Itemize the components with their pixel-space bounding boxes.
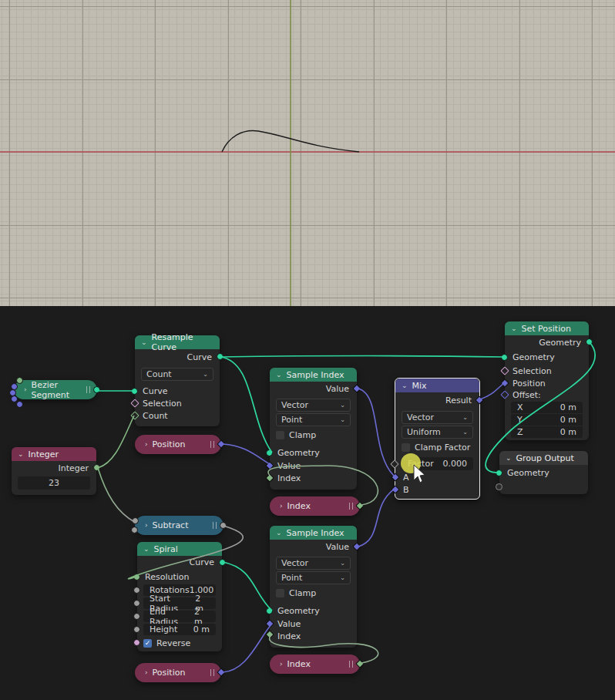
clamp-checkbox[interactable] (276, 431, 284, 439)
node-resample-curve[interactable]: ⌄ Resample Curve Curve Count ⌄ Curve Sel… (135, 335, 220, 426)
socket-output-curve[interactable] (219, 559, 226, 566)
node-mix[interactable]: ⌄ Mix Result Vector ⌄ Uniform ⌄ Clamp Fa… (395, 378, 480, 500)
clamp-factor-checkbox[interactable] (402, 443, 410, 452)
link-spiral-to-sampleindex-bottom[interactable] (223, 562, 272, 611)
expand-chevron-icon[interactable]: › (145, 522, 148, 529)
input-row-a: A (395, 471, 479, 483)
offset-y-field[interactable]: Y0 m (511, 414, 583, 426)
expand-chevron-icon[interactable]: › (24, 386, 27, 393)
data-type-dropdown[interactable]: Vector ⌄ (276, 557, 351, 570)
blender-window: › Bezier Segment ⌄ Resample Curve Curve … (0, 0, 615, 700)
node-header[interactable]: ⌄ Group Output (499, 451, 588, 465)
expand-chevron-icon[interactable]: › (280, 503, 283, 510)
node-set-position[interactable]: ⌄ Set Position Geometry Geometry Selecti… (505, 321, 589, 440)
socket-input-end-radius[interactable] (133, 613, 140, 620)
height-field[interactable]: Height0 m (143, 624, 216, 635)
input-row-geometry: Geometry (270, 446, 357, 459)
factor-mode-dropdown[interactable]: Uniform ⌄ (402, 426, 473, 439)
end-radius-field[interactable]: End Radius2 m (143, 611, 216, 622)
offset-x-field[interactable]: X0 m (511, 402, 583, 413)
node-subtract[interactable]: › Subtract (135, 516, 223, 535)
node-integer[interactable]: ⌄ Integer Integer 23 (12, 447, 96, 495)
collapse-chevron-icon[interactable]: ⌄ (506, 455, 512, 462)
link-position-bottom-to-value[interactable] (223, 624, 272, 672)
node-header[interactable]: ⌄ Resample Curve (135, 335, 220, 349)
expand-chevron-icon[interactable]: › (280, 661, 283, 668)
grip-icon (349, 661, 353, 668)
socket-input-end[interactable] (16, 401, 23, 408)
node-header[interactable]: ⌄ Integer (12, 447, 96, 461)
input-row-value: Value (270, 618, 357, 630)
link-position-top-to-value[interactable] (223, 444, 272, 466)
socket-input-geometry[interactable] (266, 607, 273, 614)
socket-output-value[interactable] (220, 522, 227, 529)
node-header[interactable]: ⌄ Spiral (137, 542, 222, 556)
input-row-b: B (395, 483, 479, 496)
node-bezier-segment[interactable]: › Bezier Segment (14, 380, 97, 399)
node-group-output[interactable]: ⌄ Group Output Geometry (499, 451, 588, 494)
node-header[interactable]: ⌄ Mix (395, 379, 479, 392)
socket-output-integer[interactable] (93, 464, 100, 471)
node-index-top[interactable]: › Index (270, 496, 360, 516)
mode-dropdown[interactable]: Count ⌄ (141, 368, 213, 381)
clamp-checkbox[interactable] (276, 589, 284, 597)
socket-output-index[interactable] (355, 501, 364, 510)
link-resample-to-setposition[interactable] (220, 356, 504, 358)
integer-value-field[interactable]: 23 (18, 476, 90, 490)
node-header[interactable]: ⌄ Sample Index (270, 526, 357, 540)
link-mix-to-position-input[interactable] (480, 383, 504, 399)
node-sample-index-top[interactable]: ⌄ Sample Index Value Vector ⌄ Point ⌄ Cl… (270, 368, 357, 490)
domain-dropdown[interactable]: Point ⌄ (276, 571, 351, 584)
offset-z-field[interactable]: Z0 m (511, 426, 583, 438)
reverse-checkbox[interactable]: ✓ (143, 639, 152, 648)
socket-input-curve[interactable] (131, 388, 138, 395)
3d-viewport[interactable] (0, 0, 615, 306)
collapse-chevron-icon[interactable]: ⌄ (18, 451, 24, 458)
socket-input-geometry[interactable] (501, 354, 508, 361)
socket-input-geometry[interactable] (496, 469, 502, 476)
socket-input-resolution[interactable] (133, 574, 140, 581)
link-resample-to-sampleindex-top[interactable] (220, 357, 272, 453)
node-position-bottom[interactable]: › Position (135, 663, 221, 682)
data-type-dropdown[interactable]: Vector ⌄ (402, 411, 473, 424)
socket-input-virtual[interactable] (496, 483, 502, 490)
socket-input-factor[interactable] (390, 459, 398, 468)
socket-input-rotations[interactable] (133, 587, 140, 594)
collapse-chevron-icon[interactable]: ⌄ (276, 530, 282, 537)
collapse-chevron-icon[interactable]: ⌄ (511, 325, 517, 332)
socket-input-value2[interactable] (131, 527, 138, 533)
node-spiral[interactable]: ⌄ Spiral Curve Resolution Rotations1.000… (137, 542, 222, 651)
collapse-chevron-icon[interactable]: ⌄ (402, 382, 408, 389)
node-position-top[interactable]: › Position (135, 435, 221, 454)
data-type-dropdown[interactable]: Vector ⌄ (276, 399, 351, 412)
socket-input-start-radius[interactable] (133, 600, 140, 607)
input-row-position: Position (505, 377, 589, 389)
socket-output-index[interactable] (355, 659, 364, 668)
socket-output-position[interactable] (217, 668, 225, 676)
link-sampleindex-top-to-mix-a[interactable] (358, 389, 395, 476)
socket-output-curve[interactable] (217, 353, 223, 360)
factor-field[interactable]: Factor0.000 (402, 457, 473, 470)
socket-input-reverse[interactable] (133, 639, 140, 646)
expand-chevron-icon[interactable]: › (145, 669, 148, 676)
collapse-chevron-icon[interactable]: ⌄ (141, 339, 147, 346)
socket-output-position[interactable] (217, 439, 225, 448)
socket-input-resolution[interactable] (16, 377, 23, 384)
socket-input-value1[interactable] (132, 517, 139, 524)
link-sampleindex-bottom-to-mix-b[interactable] (358, 489, 395, 547)
link-integer-to-count[interactable] (98, 416, 134, 468)
link-integer-to-subtract[interactable] (98, 468, 136, 523)
node-index-bottom[interactable]: › Index (270, 655, 360, 674)
node-sample-index-bottom[interactable]: ⌄ Sample Index Value Vector ⌄ Point ⌄ Cl… (270, 526, 357, 648)
socket-output-curve[interactable] (93, 386, 100, 393)
socket-output-geometry[interactable] (586, 338, 593, 345)
expand-chevron-icon[interactable]: › (145, 441, 148, 448)
geometry-node-editor[interactable]: › Bezier Segment ⌄ Resample Curve Curve … (0, 306, 615, 700)
socket-input-height[interactable] (133, 626, 140, 633)
collapse-chevron-icon[interactable]: ⌄ (276, 372, 282, 379)
domain-dropdown[interactable]: Point ⌄ (276, 413, 351, 426)
node-header[interactable]: ⌄ Set Position (505, 321, 589, 335)
socket-input-geometry[interactable] (266, 449, 273, 456)
node-header[interactable]: ⌄ Sample Index (270, 368, 357, 382)
collapse-chevron-icon[interactable]: ⌄ (143, 546, 150, 553)
